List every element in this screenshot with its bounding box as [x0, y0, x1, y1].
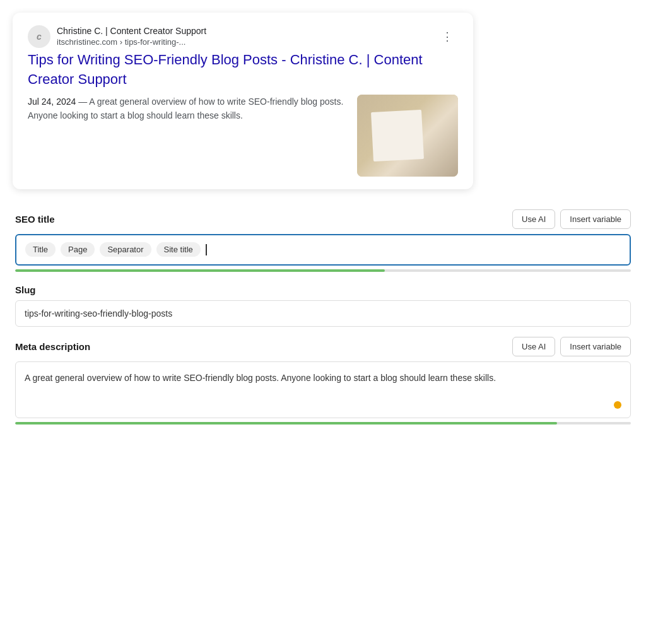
meta-description-actions: Use AI Insert variable	[512, 337, 631, 356]
slug-input[interactable]: tips-for-writing-seo-friendly-blog-posts	[15, 300, 631, 327]
site-info-row: c Christine C. | Content Creator Support…	[28, 25, 458, 48]
meta-description-text: A great general overview of how to write…	[25, 371, 621, 385]
token-site-title[interactable]: Site title	[156, 242, 201, 257]
seo-title-input[interactable]: Title Page Separator Site title	[15, 234, 631, 266]
token-separator[interactable]: Separator	[100, 242, 151, 257]
seo-title-progress-fill	[15, 269, 385, 272]
search-snippet-text: — A great general overview of how to wri…	[28, 97, 343, 120]
token-title[interactable]: Title	[25, 242, 56, 257]
seo-title-actions: Use AI Insert variable	[512, 209, 631, 229]
meta-description-use-ai-button[interactable]: Use AI	[512, 337, 555, 356]
slug-row: Slug tips-for-writing-seo-friendly-blog-…	[15, 284, 631, 327]
seo-title-label: SEO title	[15, 214, 55, 225]
seo-title-row: SEO title Use AI Insert variable Title P…	[15, 209, 631, 272]
seo-title-progress-bar	[15, 269, 631, 272]
seo-title-insert-variable-button[interactable]: Insert variable	[560, 209, 631, 229]
site-details: Christine C. | Content Creator Support i…	[57, 25, 206, 47]
seo-title-use-ai-button[interactable]: Use AI	[512, 209, 555, 229]
meta-description-row: Meta description Use AI Insert variable …	[15, 337, 631, 424]
seo-title-header: SEO title Use AI Insert variable	[15, 209, 631, 229]
meta-description-progress-fill	[15, 422, 557, 424]
text-cursor	[206, 244, 207, 255]
more-options-button[interactable]: ⋮	[437, 27, 458, 46]
site-avatar: c	[28, 25, 50, 48]
search-result-title[interactable]: Tips for Writing SEO-Friendly Blog Posts…	[28, 50, 458, 90]
slug-header: Slug	[15, 284, 631, 295]
slug-label: Slug	[15, 284, 36, 295]
site-name: Christine C. | Content Creator Support	[57, 25, 206, 37]
token-page[interactable]: Page	[61, 242, 95, 257]
site-left: c Christine C. | Content Creator Support…	[28, 25, 206, 48]
search-snippet: Jul 24, 2024 — A great general overview …	[28, 95, 347, 123]
meta-description-label: Meta description	[15, 341, 90, 352]
notebook-image	[357, 95, 458, 177]
meta-description-insert-variable-button[interactable]: Insert variable	[560, 337, 631, 356]
search-date: Jul 24, 2024	[28, 97, 76, 107]
meta-description-status-dot	[614, 401, 621, 409]
search-content: Jul 24, 2024 — A great general overview …	[28, 95, 458, 177]
meta-description-input[interactable]: A great general overview of how to write…	[15, 361, 631, 418]
meta-description-progress-bar	[15, 422, 631, 424]
search-result-card: c Christine C. | Content Creator Support…	[13, 13, 473, 189]
seo-fields-section: SEO title Use AI Insert variable Title P…	[13, 209, 633, 424]
site-url: itschristinec.com › tips-for-writing-...	[57, 37, 206, 48]
meta-description-header: Meta description Use AI Insert variable	[15, 337, 631, 356]
search-thumbnail	[357, 95, 458, 177]
